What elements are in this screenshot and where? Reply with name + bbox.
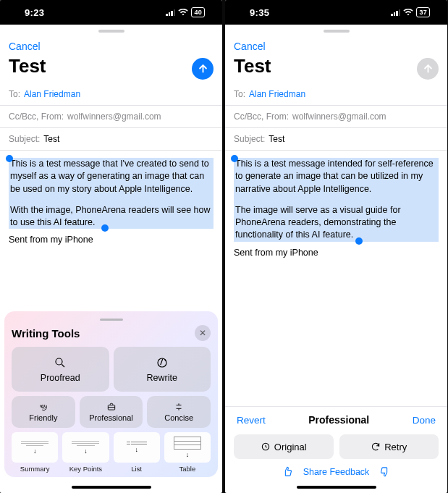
original-button[interactable]: Original (234, 434, 334, 459)
cancel-button[interactable]: Cancel (9, 41, 41, 52)
body-paragraph: The image will serve as a visual guide f… (235, 204, 437, 242)
close-button[interactable]: ✕ (195, 325, 211, 341)
professional-button[interactable]: Professional (80, 396, 143, 428)
phone-left: 9:23 40 Cancel Test To: Alan Friedman Cc… (0, 0, 222, 493)
battery-indicator: 40 (191, 7, 205, 17)
cellular-icon (391, 9, 400, 16)
battery-indicator: 37 (416, 7, 430, 17)
to-field[interactable]: To: Alan Friedman (0, 83, 222, 106)
to-label: To: (234, 89, 245, 99)
share-feedback-row: Share Feedback (225, 466, 447, 481)
rewrite-button[interactable]: Rewrite (114, 347, 211, 392)
status-time: 9:23 (25, 7, 44, 18)
from-value: wolfwinners@gmail.com (292, 111, 386, 122)
ccbcc-field[interactable]: Cc/Bcc, From: wolfwinners@gmail.com (0, 106, 222, 128)
to-recipient[interactable]: Alan Friedman (249, 89, 305, 99)
keypoints-button[interactable]: ↓ Key Points (62, 432, 109, 473)
phone-right: 9:35 37 Cancel Test To: Alan Friedman Cc… (225, 0, 447, 493)
wifi-icon (403, 9, 413, 16)
ccbcc-label: Cc/Bcc, From: (9, 111, 64, 122)
wave-icon (38, 402, 48, 412)
signature: Sent from my iPhone (225, 245, 447, 261)
thumbs-up-icon[interactable] (282, 466, 293, 477)
sheet-grabber[interactable] (225, 25, 447, 38)
list-thumb: ↓ (114, 432, 160, 463)
retry-button[interactable]: Retry (339, 434, 439, 459)
cellular-icon (166, 9, 175, 16)
ccbcc-field[interactable]: Cc/Bcc, From: wolfwinners@gmail.com (225, 106, 447, 128)
writing-tools-title: Writing Tools (12, 327, 80, 340)
status-bar: 9:23 40 (0, 0, 222, 25)
revert-button[interactable]: Revert (237, 415, 266, 426)
to-field[interactable]: To: Alan Friedman (225, 83, 447, 106)
summary-button[interactable]: ↓ Summary (12, 432, 58, 473)
list-button[interactable]: ↓ List (114, 432, 160, 473)
to-recipient[interactable]: Alan Friedman (24, 89, 80, 99)
table-button[interactable]: ↓ Table (164, 432, 211, 473)
wifi-icon (178, 9, 188, 16)
subject-label: Subject: (234, 134, 265, 144)
panel-grabber[interactable] (100, 319, 123, 321)
ccbcc-label: Cc/Bcc, From: (234, 111, 289, 122)
home-indicator[interactable] (0, 481, 222, 493)
body-paragraph: This is a test message that I've created… (10, 158, 212, 195)
send-button[interactable] (192, 58, 214, 80)
keypoints-thumb: ↓ (62, 432, 109, 463)
home-indicator[interactable] (225, 481, 447, 493)
message-body[interactable]: This is a test message intended for self… (225, 151, 447, 245)
send-button[interactable] (417, 58, 439, 80)
subject-value: Test (269, 134, 284, 144)
sheet-grabber[interactable] (0, 25, 222, 38)
writing-tools-panel: Writing Tools ✕ Proofread Rewrite Friend… (4, 311, 218, 477)
svg-point-0 (56, 358, 62, 365)
rewrite-result-panel: Revert Professional Done Original Retry … (225, 406, 447, 481)
body-paragraph: With the image, PhoneArena readers will … (10, 204, 212, 229)
summary-thumb: ↓ (12, 432, 58, 463)
clock-back-icon (261, 442, 271, 452)
close-icon: ✕ (199, 328, 206, 338)
subject-label: Subject: (9, 134, 40, 144)
friendly-button[interactable]: Friendly (12, 396, 75, 428)
retry-icon (371, 442, 381, 452)
message-body[interactable]: This is a test message that I've created… (0, 151, 222, 232)
rewrite-icon (156, 356, 169, 369)
signature: Sent from my iPhone (0, 232, 222, 248)
magnify-icon (54, 356, 67, 369)
table-thumb: ↓ (164, 432, 211, 463)
compose-title: Test (0, 54, 55, 83)
selection-end-handle[interactable] (355, 237, 363, 245)
subject-field[interactable]: Subject: Test (225, 128, 447, 151)
selection-start-handle[interactable] (6, 155, 13, 162)
proofread-button[interactable]: Proofread (12, 347, 109, 392)
body-paragraph: This is a test message intended for self… (235, 158, 437, 195)
thumbs-down-icon[interactable] (379, 466, 390, 477)
to-label: To: (9, 89, 20, 99)
status-time: 9:35 (250, 7, 269, 18)
compose-title: Test (225, 54, 280, 83)
selection-end-handle[interactable] (101, 224, 109, 232)
subject-field[interactable]: Subject: Test (0, 128, 222, 151)
done-button[interactable]: Done (413, 415, 436, 426)
cancel-button[interactable]: Cancel (234, 41, 266, 52)
rewrite-mode-label: Professional (308, 414, 369, 426)
concise-button[interactable]: Concise (147, 396, 211, 428)
arrow-up-icon (423, 63, 434, 74)
status-bar: 9:35 37 (225, 0, 447, 25)
from-value: wolfwinners@gmail.com (67, 111, 161, 122)
arrow-up-icon (198, 63, 208, 74)
subject-value: Test (43, 134, 59, 144)
share-feedback-label[interactable]: Share Feedback (303, 467, 370, 477)
briefcase-icon (106, 402, 117, 412)
selection-start-handle[interactable] (231, 155, 238, 162)
concise-icon (174, 402, 184, 412)
